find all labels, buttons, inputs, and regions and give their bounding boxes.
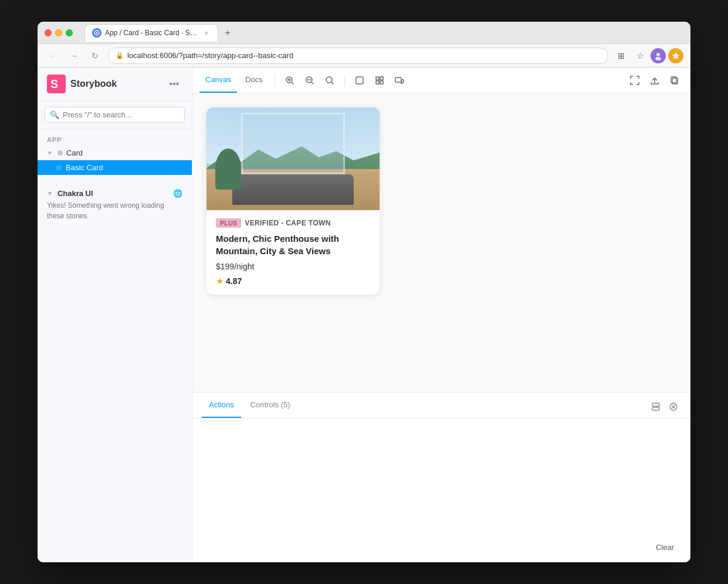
search-input-wrap[interactable]: 🔍 bbox=[45, 107, 185, 123]
bottom-tab-actions bbox=[648, 399, 681, 418]
extension-button[interactable] bbox=[668, 48, 683, 63]
maximize-button[interactable] bbox=[66, 29, 73, 36]
sidebar-content: APP ▼ ⊞ Card ⊡ Basic Card ▼ bbox=[38, 129, 192, 562]
clear-button[interactable]: Clear bbox=[651, 541, 679, 554]
url-bar[interactable]: 🔒 localhost:6006/?path=/story/app-card--… bbox=[108, 48, 608, 64]
chakra-title-wrap: ▼ Chakra UI bbox=[47, 189, 93, 198]
zoom-reset-button[interactable] bbox=[321, 72, 338, 89]
globe-icon[interactable]: 🌐 bbox=[173, 189, 182, 198]
svg-line-15 bbox=[331, 82, 334, 85]
svg-rect-26 bbox=[652, 407, 659, 410]
chakra-caret-icon: ▼ bbox=[47, 190, 53, 197]
zoom-in-button[interactable] bbox=[281, 72, 299, 89]
traffic-lights bbox=[45, 29, 73, 36]
story-icon: ⊡ bbox=[56, 164, 61, 171]
copy-button[interactable] bbox=[666, 72, 683, 89]
main-content: Canvas Docs bbox=[192, 67, 690, 562]
svg-point-1 bbox=[96, 32, 98, 34]
star-icon: ★ bbox=[216, 276, 224, 286]
tab-controls[interactable]: Controls (5) bbox=[243, 393, 297, 418]
bottom-tabs: Actions Controls (5) bbox=[192, 393, 690, 418]
tab-canvas[interactable]: Canvas bbox=[199, 67, 237, 93]
card-body: PLUS VERIFIED - CAPE TOWN Modern, Chic P… bbox=[206, 210, 380, 295]
bottom-content: Clear bbox=[192, 418, 690, 562]
fullscreen-button[interactable] bbox=[626, 72, 644, 89]
storybook-logo: S Storybook bbox=[47, 75, 117, 93]
forward-button[interactable]: → bbox=[66, 48, 82, 64]
bottom-panel: Actions Controls (5) Clear bbox=[192, 392, 690, 562]
card-image bbox=[206, 107, 380, 210]
reload-button[interactable]: ↻ bbox=[87, 48, 103, 64]
search-bar: 🔍 bbox=[38, 101, 192, 129]
verified-badge: VERIFIED - CAPE TOWN bbox=[245, 219, 330, 227]
svg-rect-18 bbox=[380, 77, 383, 80]
tab-title: App / Card - Basic Card · Story... bbox=[105, 29, 199, 37]
zoom-out-button[interactable] bbox=[301, 72, 319, 89]
card-price: $199/night bbox=[216, 262, 370, 271]
sidebar-item-icon-card: ⊞ bbox=[57, 149, 63, 157]
chakra-error-text: Yikes! Something went wrong loading thes… bbox=[47, 200, 182, 221]
tab-close-button[interactable]: × bbox=[202, 29, 211, 37]
card-badges: PLUS VERIFIED - CAPE TOWN bbox=[216, 218, 370, 228]
new-tab-button[interactable]: + bbox=[221, 26, 235, 40]
toolbar-divider-2 bbox=[344, 75, 345, 86]
chakra-ui-header: ▼ Chakra UI 🌐 bbox=[47, 189, 182, 198]
storybook-toolbar: Canvas Docs bbox=[192, 67, 690, 93]
svg-point-2 bbox=[656, 53, 660, 56]
title-bar: App / Card - Basic Card · Story... × + bbox=[38, 22, 690, 44]
screen-reader-button[interactable]: ⊞ bbox=[613, 48, 629, 64]
chakra-ui-title: Chakra UI bbox=[57, 189, 93, 198]
tab-actions[interactable]: Actions bbox=[202, 393, 241, 418]
tab-docs[interactable]: Docs bbox=[239, 67, 269, 93]
card-rating: ★ 4.87 bbox=[216, 276, 370, 286]
svg-line-12 bbox=[311, 82, 314, 85]
toolbar-divider bbox=[275, 75, 275, 86]
sidebar: S Storybook ••• 🔍 APP ▼ ⊞ C bbox=[38, 67, 192, 562]
storybook-icon: S bbox=[47, 75, 66, 93]
close-button[interactable] bbox=[45, 29, 52, 36]
plus-badge: PLUS bbox=[216, 218, 241, 228]
storybook-title: Storybook bbox=[70, 79, 117, 89]
chakra-ui-section: ▼ Chakra UI 🌐 Yikes! Something went wron… bbox=[38, 184, 192, 226]
sidebar-section-app: APP bbox=[38, 134, 192, 146]
svg-rect-20 bbox=[380, 81, 383, 84]
viewport-button[interactable] bbox=[391, 72, 408, 89]
rating-value: 4.87 bbox=[226, 276, 242, 286]
svg-rect-21 bbox=[395, 77, 401, 82]
svg-rect-16 bbox=[356, 77, 363, 84]
svg-rect-19 bbox=[376, 81, 379, 84]
share-button[interactable] bbox=[646, 72, 663, 89]
url-text: localhost:6006/?path=/story/app-card--ba… bbox=[127, 51, 293, 60]
search-icon: 🔍 bbox=[50, 110, 59, 119]
back-button[interactable]: ← bbox=[45, 48, 61, 64]
sidebar-item-label-card: Card bbox=[66, 148, 83, 157]
minimize-button[interactable] bbox=[55, 29, 62, 36]
panel-close-button[interactable] bbox=[666, 399, 681, 414]
tab-bar: App / Card - Basic Card · Story... × + bbox=[84, 24, 683, 42]
browser-tab[interactable]: App / Card - Basic Card · Story... × bbox=[84, 24, 218, 42]
bookmark-button[interactable]: ☆ bbox=[632, 48, 648, 64]
lock-icon: 🔒 bbox=[116, 52, 124, 59]
sidebar-item-card[interactable]: ▼ ⊞ Card bbox=[38, 146, 192, 160]
card-title: Modern, Chic Penthouse with Mountain, Ci… bbox=[216, 232, 370, 257]
sidebar-item-basic-card[interactable]: ⊡ Basic Card bbox=[38, 160, 192, 175]
app-area: S Storybook ••• 🔍 APP ▼ ⊞ C bbox=[38, 67, 690, 562]
sidebar-header: S Storybook ••• bbox=[38, 67, 192, 101]
panel-layout-button[interactable] bbox=[648, 399, 663, 414]
image-window bbox=[241, 113, 345, 174]
sidebar-menu-button[interactable]: ••• bbox=[166, 76, 182, 92]
sidebar-item-label-basic-card: Basic Card bbox=[66, 163, 103, 172]
address-bar: ← → ↻ 🔒 localhost:6006/?path=/story/app-… bbox=[38, 44, 690, 67]
svg-line-8 bbox=[292, 82, 294, 85]
expand-caret-icon: ▼ bbox=[47, 150, 53, 156]
search-input[interactable] bbox=[63, 110, 180, 119]
background-button[interactable] bbox=[351, 72, 368, 89]
svg-text:S: S bbox=[50, 77, 58, 90]
tab-favicon bbox=[92, 28, 101, 38]
image-sofa bbox=[232, 174, 354, 205]
grid-button[interactable] bbox=[371, 72, 388, 89]
toolbar-right-actions bbox=[626, 72, 683, 89]
svg-point-14 bbox=[326, 77, 332, 83]
svg-rect-25 bbox=[652, 403, 659, 406]
browser-window: App / Card - Basic Card · Story... × + ←… bbox=[38, 22, 690, 562]
